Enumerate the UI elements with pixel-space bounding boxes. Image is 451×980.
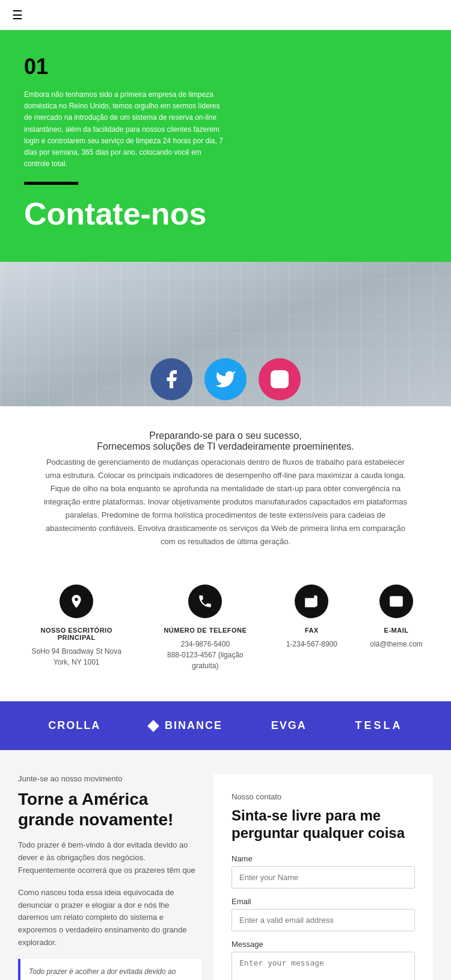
hero-section: 01 Embora não tenhamos sido a primeira e… xyxy=(0,30,451,262)
name-label: Name xyxy=(232,854,415,863)
tagline-body: Podcasting de gerenciamento de mudanças … xyxy=(39,456,412,549)
email-label: Email xyxy=(232,897,415,906)
movement-desc2: Como nasceu toda essa ideia equivocada d… xyxy=(18,887,201,949)
name-field-group: Name xyxy=(232,854,415,889)
tagline-title: Preparando-se para o seu sucesso, Fornec… xyxy=(24,430,427,452)
contact-label-fax: FAX xyxy=(286,627,337,634)
brand-crolla: CROLLA xyxy=(48,719,100,732)
email-input[interactable] xyxy=(232,909,415,931)
fax-icon-circle xyxy=(295,585,328,618)
bottom-section: Junte-se ao nosso movimento Torne a Amér… xyxy=(0,750,451,980)
contact-item-phone: NÚMERO DE TELEFONE 234-9876-5400888-0123… xyxy=(157,585,253,671)
svg-rect-0 xyxy=(271,370,289,388)
tagline-section: Preparando-se para o seu sucesso, Fornec… xyxy=(0,406,451,561)
contact-item-fax: FAX 1-234-567-8900 xyxy=(286,585,337,671)
brand-tesla: TESLA xyxy=(355,719,403,732)
contact-form-panel: Nosso contato Sinta-se livre para me per… xyxy=(213,774,433,980)
hero-title: Contate-nos xyxy=(24,197,427,231)
instagram-icon[interactable] xyxy=(259,358,301,400)
movement-title: Torne a América grande novamente! xyxy=(18,789,201,830)
contact-info-row: NOSSO ESCRITÓRIO PRINCIPAL SoHo 94 Broad… xyxy=(0,560,451,701)
building-section xyxy=(0,262,451,406)
social-icons-row xyxy=(150,358,301,400)
movement-label: Junte-se ao nosso movimento xyxy=(18,774,201,783)
contact-value-fax: 1-234-567-8900 xyxy=(286,639,337,650)
twitter-icon[interactable] xyxy=(204,358,247,400)
contact-item-location: NOSSO ESCRITÓRIO PRINCIPAL SoHo 94 Broad… xyxy=(28,585,124,671)
binance-diamond-icon xyxy=(147,720,159,732)
movement-desc1: Todo prazer é bem-vindo à dor evitada de… xyxy=(18,839,201,876)
contact-label-email: E-MAIL xyxy=(370,627,423,634)
contact-item-email: E-MAIL olá@theme.com xyxy=(370,585,423,671)
contact-label-location: NOSSO ESCRITÓRIO PRINCIPAL xyxy=(28,627,124,641)
contact-value-email: olá@theme.com xyxy=(370,639,423,650)
name-input[interactable] xyxy=(232,866,415,889)
svg-rect-2 xyxy=(305,598,315,607)
form-top-label: Nosso contato xyxy=(232,792,415,801)
form-title: Sinta-se livre para me perguntar qualque… xyxy=(232,807,415,842)
location-icon-circle xyxy=(60,585,93,618)
facebook-icon[interactable] xyxy=(150,358,192,400)
message-input[interactable] xyxy=(232,952,415,980)
hamburger-icon[interactable]: ☰ xyxy=(12,8,23,22)
hero-divider xyxy=(24,182,78,185)
svg-rect-4 xyxy=(308,603,313,604)
message-label: Message xyxy=(232,940,415,949)
movement-panel: Junte-se ao nosso movimento Torne a Amér… xyxy=(18,774,201,980)
email-field-group: Email xyxy=(232,897,415,931)
svg-rect-3 xyxy=(308,601,313,602)
brand-binance: BINANCE xyxy=(149,719,222,732)
message-field-group: Message xyxy=(232,940,415,980)
contact-label-phone: NÚMERO DE TELEFONE xyxy=(157,627,253,634)
contact-value-location: SoHo 94 Broadway St Nova York, NY 1001 xyxy=(28,646,124,668)
hero-description: Embora não tenhamos sido a primeira empr… xyxy=(24,89,229,170)
navbar: ☰ xyxy=(0,0,451,30)
brand-evga: EVGA xyxy=(271,719,307,732)
contact-value-phone: 234-9876-5400888-0123-4567 (ligação grat… xyxy=(157,639,253,671)
phone-icon-circle xyxy=(188,585,222,618)
movement-quote: Todo prazer é acolher a dor evitada devi… xyxy=(18,959,201,980)
brands-section: CROLLA BINANCE EVGA TESLA xyxy=(0,701,451,750)
email-icon-circle xyxy=(379,585,413,618)
hero-number: 01 xyxy=(24,54,427,79)
